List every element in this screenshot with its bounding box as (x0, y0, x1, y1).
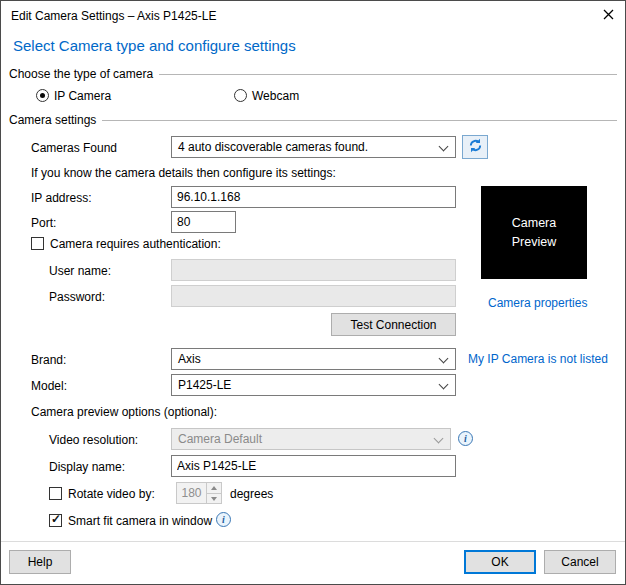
camera-preview-placeholder: Camera Preview (502, 214, 566, 252)
camera-properties-link[interactable]: Camera properties (488, 296, 587, 310)
ip-address-input[interactable] (171, 186, 456, 208)
port-label: Port: (31, 216, 56, 230)
brand-dropdown[interactable]: Axis (171, 348, 456, 370)
chevron-down-icon (439, 354, 449, 364)
ok-button[interactable]: OK (464, 550, 536, 574)
test-connection-button[interactable]: Test Connection (331, 313, 456, 336)
camera-type-group-header: Choose the type of camera (9, 67, 617, 81)
footer-separator (1, 541, 625, 542)
brand-label: Brand: (31, 353, 66, 367)
window-title: Edit Camera Settings – Axis P1425-LE (11, 9, 216, 23)
ip-camera-not-listed-link[interactable]: My IP Camera is not listed (468, 352, 608, 366)
smart-fit-checkbox-label: Smart fit camera in window (68, 514, 212, 528)
degrees-suffix-label: degrees (230, 487, 273, 501)
chevron-down-icon (434, 434, 444, 444)
password-input (171, 285, 456, 307)
configure-hint-text: If you know the camera details then conf… (31, 166, 336, 180)
video-resolution-info-icon[interactable]: i (458, 431, 473, 446)
rotate-degrees-value: 180 (177, 483, 206, 503)
ip-address-label: IP address: (31, 191, 91, 205)
cameras-found-label: Cameras Found (31, 141, 117, 155)
model-dropdown[interactable]: P1425-LE (171, 374, 456, 396)
radio-circle (36, 89, 49, 102)
checkbox-box (49, 487, 62, 500)
camera-preview-box: Camera Preview (481, 186, 587, 279)
password-label: Password: (49, 290, 105, 304)
auth-checkbox-label: Camera requires authentication: (50, 237, 221, 251)
radio-webcam-label: Webcam (252, 89, 299, 103)
port-input[interactable] (171, 211, 236, 233)
video-resolution-dropdown: Camera Default (171, 428, 451, 450)
refresh-icon (468, 138, 483, 156)
display-name-label: Display name: (49, 460, 125, 474)
radio-circle (234, 89, 247, 102)
close-icon (603, 9, 614, 23)
page-title: Select Camera type and configure setting… (13, 37, 296, 54)
brand-value: Axis (178, 352, 201, 366)
chevron-down-icon (439, 142, 449, 152)
cameras-found-dropdown[interactable]: 4 auto discoverable cameras found. (171, 136, 456, 158)
chevron-down-icon (439, 380, 449, 390)
username-input (171, 259, 456, 281)
preview-options-label: Camera preview options (optional): (31, 405, 217, 419)
group-rule (102, 120, 617, 121)
spinner-up-icon (207, 483, 221, 493)
spinner-down-icon (207, 493, 221, 504)
camera-settings-group-header: Camera settings (9, 113, 617, 127)
video-resolution-label: Video resolution: (49, 433, 138, 447)
camera-settings-group-label: Camera settings (9, 113, 96, 127)
video-resolution-value: Camera Default (178, 432, 262, 446)
model-label: Model: (31, 379, 67, 393)
camera-type-group-label: Choose the type of camera (9, 67, 153, 81)
cancel-button[interactable]: Cancel (544, 550, 616, 574)
checkmark-icon: ✓ (51, 512, 61, 526)
close-button[interactable] (591, 1, 625, 31)
rotate-checkbox-label: Rotate video by: (68, 487, 155, 501)
edit-camera-settings-dialog: Edit Camera Settings – Axis P1425-LE Sel… (0, 0, 626, 585)
spinner-buttons (206, 483, 221, 503)
cameras-found-value: 4 auto discoverable cameras found. (178, 140, 368, 154)
checkbox-box: ✓ (49, 514, 62, 527)
rotate-degrees-spinner: 180 (176, 482, 222, 504)
group-rule (159, 74, 617, 75)
radio-ip-camera-label: IP Camera (54, 89, 111, 103)
model-value: P1425-LE (178, 378, 231, 392)
help-button[interactable]: Help (9, 550, 71, 574)
checkbox-box (31, 237, 44, 250)
refresh-cameras-button[interactable] (462, 135, 488, 159)
radio-selected-dot (40, 93, 45, 98)
smart-fit-info-icon[interactable]: i (216, 512, 231, 527)
title-bar: Edit Camera Settings – Axis P1425-LE (1, 1, 625, 31)
username-label: User name: (49, 264, 111, 278)
display-name-input[interactable] (171, 455, 456, 477)
